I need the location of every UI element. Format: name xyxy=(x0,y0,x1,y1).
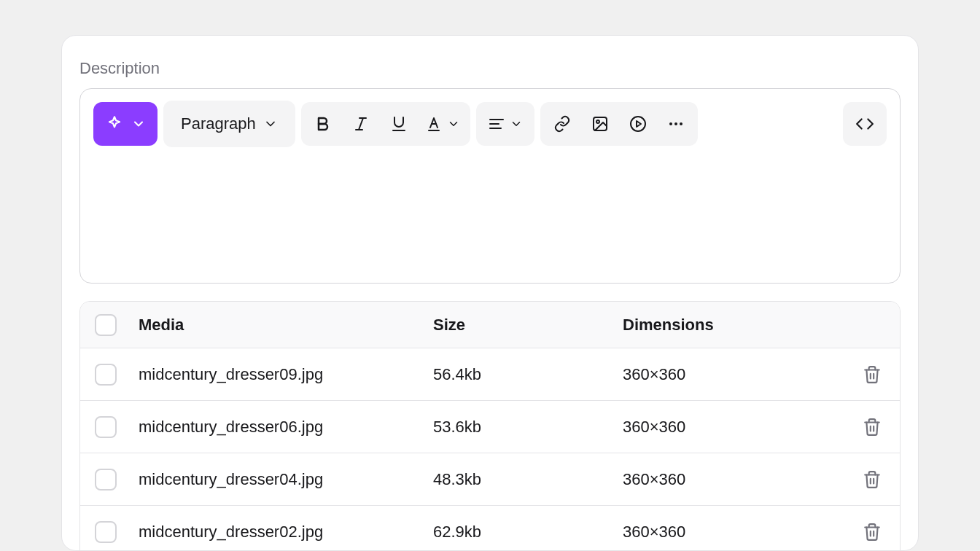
media-filename: midcentury_dresser02.jpg xyxy=(139,523,433,542)
svg-point-10 xyxy=(596,120,599,123)
table-row: midcentury_dresser06.jpg53.6kb360×360 xyxy=(80,401,900,453)
text-color-icon xyxy=(425,115,443,133)
svg-marker-12 xyxy=(637,121,641,127)
image-button[interactable] xyxy=(583,106,618,141)
bold-button[interactable] xyxy=(306,106,341,141)
trash-icon xyxy=(863,470,882,489)
media-table: Media Size Dimensions midcentury_dresser… xyxy=(79,301,901,551)
editor-toolbar: Paragraph xyxy=(80,89,900,159)
align-button[interactable] xyxy=(481,106,530,141)
delete-button[interactable] xyxy=(859,466,885,493)
media-size: 53.6kb xyxy=(433,418,623,437)
ellipsis-icon xyxy=(667,115,685,133)
italic-icon xyxy=(352,115,370,133)
code-view-group xyxy=(843,102,887,146)
link-button[interactable] xyxy=(545,106,580,141)
delete-button[interactable] xyxy=(859,414,885,440)
trash-icon xyxy=(863,523,882,542)
link-icon xyxy=(553,115,571,133)
ai-assist-button[interactable] xyxy=(93,102,158,146)
svg-point-15 xyxy=(680,122,682,125)
select-all-checkbox[interactable] xyxy=(95,314,117,336)
trash-icon xyxy=(863,418,882,437)
underline-icon xyxy=(390,115,408,133)
col-header-media: Media xyxy=(139,316,433,335)
chevron-down-icon xyxy=(131,117,146,131)
media-size: 62.9kb xyxy=(433,523,623,542)
section-label: Description xyxy=(62,59,918,88)
row-checkbox[interactable] xyxy=(95,521,117,543)
media-filename: midcentury_dresser06.jpg xyxy=(139,418,433,437)
text-color-button[interactable] xyxy=(419,106,466,141)
media-dimensions: 360×360 xyxy=(623,470,827,489)
row-checkbox[interactable] xyxy=(95,416,117,438)
italic-button[interactable] xyxy=(343,106,378,141)
row-checkbox[interactable] xyxy=(95,469,117,491)
code-icon xyxy=(855,114,874,133)
text-style-group xyxy=(301,102,470,146)
insert-group xyxy=(540,102,698,146)
media-dimensions: 360×360 xyxy=(623,523,827,542)
format-group: Paragraph xyxy=(163,101,295,147)
bold-icon xyxy=(314,115,332,133)
chevron-down-icon xyxy=(510,117,523,130)
svg-point-14 xyxy=(674,122,677,125)
chevron-down-icon xyxy=(263,117,278,131)
paragraph-format-dropdown[interactable]: Paragraph xyxy=(168,105,291,143)
align-left-icon xyxy=(488,115,505,133)
media-dimensions: 360×360 xyxy=(623,418,827,437)
col-header-dimensions: Dimensions xyxy=(623,316,827,335)
svg-line-2 xyxy=(359,118,363,130)
editor-card: Description Paragraph xyxy=(61,35,919,551)
table-row: midcentury_dresser09.jpg56.4kb360×360 xyxy=(80,348,900,401)
svg-point-11 xyxy=(631,117,645,131)
media-size: 56.4kb xyxy=(433,365,623,384)
rich-text-editor: Paragraph xyxy=(79,88,901,284)
row-checkbox[interactable] xyxy=(95,364,117,386)
media-size: 48.3kb xyxy=(433,470,623,489)
media-filename: midcentury_dresser04.jpg xyxy=(139,470,433,489)
play-circle-icon xyxy=(629,115,647,133)
media-filename: midcentury_dresser09.jpg xyxy=(139,365,433,384)
align-group xyxy=(476,102,534,146)
media-table-header: Media Size Dimensions xyxy=(80,302,900,348)
chevron-down-icon xyxy=(447,117,460,130)
paragraph-format-label: Paragraph xyxy=(181,114,256,133)
image-icon xyxy=(591,115,609,133)
editor-content-area[interactable] xyxy=(80,159,900,283)
more-button[interactable] xyxy=(658,106,693,141)
delete-button[interactable] xyxy=(859,519,885,545)
trash-icon xyxy=(863,365,882,384)
table-row: midcentury_dresser04.jpg48.3kb360×360 xyxy=(80,453,900,506)
video-button[interactable] xyxy=(621,106,656,141)
code-view-button[interactable] xyxy=(847,106,882,141)
delete-button[interactable] xyxy=(859,362,885,388)
svg-point-13 xyxy=(669,122,672,125)
underline-button[interactable] xyxy=(381,106,416,141)
col-header-size: Size xyxy=(433,316,623,335)
media-dimensions: 360×360 xyxy=(623,365,827,384)
sparkle-icon xyxy=(105,114,124,133)
table-row: midcentury_dresser02.jpg62.9kb360×360 xyxy=(80,506,900,551)
